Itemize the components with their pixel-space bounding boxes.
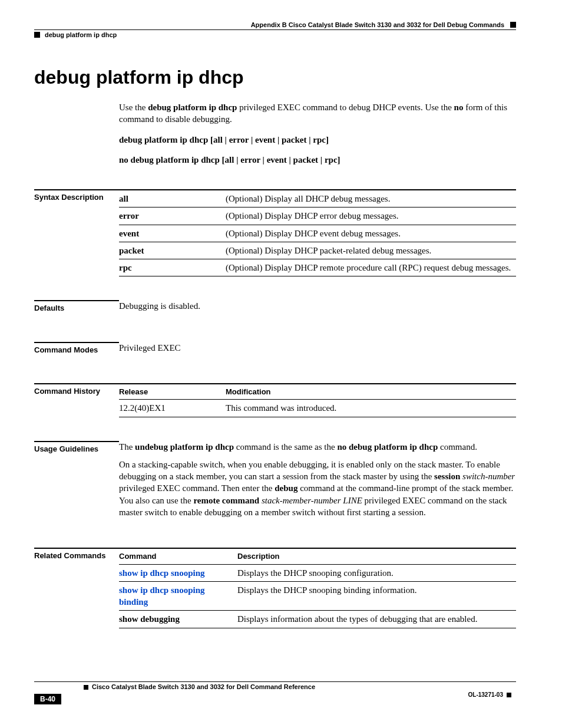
usage-body: The undebug platform ip dhcp command is … xyxy=(119,441,516,525)
footer-title: Cisco Catalyst Blade Switch 3130 and 303… xyxy=(84,683,315,690)
section-label: Syntax Description xyxy=(34,189,119,276)
intro-paragraph: Use the debug platform ip dhcp privilege… xyxy=(119,101,516,126)
intro-block: Use the debug platform ip dhcp privilege… xyxy=(119,101,516,166)
syntax-description: (Optional) Display all DHCP debug messag… xyxy=(226,190,516,207)
page: Appendix B Cisco Catalyst Blade Switch 3… xyxy=(0,0,562,728)
syntax-line-1: debug platform ip dhcp [all | error | ev… xyxy=(119,134,516,146)
section-label: Related Commands xyxy=(34,548,119,628)
syntax-keyword: all xyxy=(119,190,226,207)
history-header-release: Release xyxy=(119,384,226,400)
breadcrumb: debug platform ip dhcp xyxy=(34,31,516,38)
history-header-modification: Modification xyxy=(226,384,516,400)
syntax-description: (Optional) Display DHCP packet-related d… xyxy=(226,242,516,259)
syntax-line-2: no debug platform ip dhcp [all | error |… xyxy=(119,154,516,166)
section-command-history: Command History Release Modification 12.… xyxy=(34,383,516,417)
modes-text: Privileged EXEC xyxy=(119,342,516,354)
history-release: 12.2(40)EX1 xyxy=(119,400,226,417)
section-label: Command Modes xyxy=(34,342,119,360)
section-usage-guidelines: Usage Guidelines The undebug platform ip… xyxy=(34,441,516,525)
syntax-description: (Optional) Display DHCP error debug mess… xyxy=(226,207,516,225)
footer-rule xyxy=(34,681,516,682)
section-defaults: Defaults Debugging is disabled. xyxy=(34,300,516,318)
related-table: Command Description show ip dhcp snoopin… xyxy=(119,548,516,628)
syntax-keyword: packet xyxy=(119,242,226,259)
syntax-table: all(Optional) Display all DHCP debug mes… xyxy=(119,189,516,276)
table-row: show ip dhcp snooping bindingDisplays th… xyxy=(119,581,516,611)
related-description: Displays the DHCP snooping configuration… xyxy=(237,564,516,581)
section-label: Command History xyxy=(34,383,119,417)
syntax-description: (Optional) Display DHCP event debug mess… xyxy=(226,225,516,242)
footer: Cisco Catalyst Blade Switch 3130 and 303… xyxy=(34,683,516,704)
usage-p1: The undebug platform ip dhcp command is … xyxy=(119,441,516,453)
syntax-description: (Optional) Display DHCP remote procedure… xyxy=(226,259,516,276)
table-row: error(Optional) Display DHCP error debug… xyxy=(119,207,516,225)
header-rule xyxy=(34,29,516,30)
syntax-keyword: rpc xyxy=(119,259,226,276)
table-row: event(Optional) Display DHCP event debug… xyxy=(119,225,516,242)
table-row: show debuggingDisplays information about… xyxy=(119,611,516,628)
related-command[interactable]: show ip dhcp snooping xyxy=(119,564,237,581)
breadcrumb-text: debug platform ip dhcp xyxy=(45,31,117,38)
table-row: show ip dhcp snoopingDisplays the DHCP s… xyxy=(119,564,516,581)
related-header-description: Description xyxy=(237,548,516,564)
related-description: Displays information about the types of … xyxy=(237,611,516,628)
table-row: rpc(Optional) Display DHCP remote proced… xyxy=(119,259,516,276)
related-command: show debugging xyxy=(119,611,237,628)
section-label: Defaults xyxy=(34,300,119,318)
related-header-command: Command xyxy=(119,548,237,564)
table-row: 12.2(40)EX1This command was introduced. xyxy=(119,400,516,417)
footer-start-bar-icon xyxy=(84,685,88,690)
table-row: packet(Optional) Display DHCP packet-rel… xyxy=(119,242,516,259)
header-line: Appendix B Cisco Catalyst Blade Switch 3… xyxy=(34,21,516,28)
header-end-bar xyxy=(510,22,516,28)
footer-doc-id: OL-13271-03 xyxy=(468,691,511,698)
syntax-keyword: error xyxy=(119,207,226,225)
section-syntax-description: Syntax Description all(Optional) Display… xyxy=(34,189,516,276)
page-title: debug platform ip dhcp xyxy=(34,67,516,88)
command-link[interactable]: show ip dhcp snooping xyxy=(119,568,205,578)
defaults-text: Debugging is disabled. xyxy=(119,300,516,312)
related-description: Displays the DHCP snooping binding infor… xyxy=(237,581,516,611)
footer-end-bar-icon xyxy=(507,693,511,697)
section-related-commands: Related Commands Command Description sho… xyxy=(34,548,516,628)
header-appendix: Appendix B Cisco Catalyst Blade Switch 3… xyxy=(251,21,504,28)
usage-p2: On a stacking-capable switch, when you e… xyxy=(119,459,516,518)
table-row: all(Optional) Display all DHCP debug mes… xyxy=(119,190,516,207)
section-command-modes: Command Modes Privileged EXEC xyxy=(34,342,516,360)
section-label: Usage Guidelines xyxy=(34,441,119,525)
page-number: B-40 xyxy=(34,694,61,704)
breadcrumb-box-icon xyxy=(34,32,40,38)
history-modification: This command was introduced. xyxy=(226,400,516,417)
command-link[interactable]: show ip dhcp snooping binding xyxy=(119,585,205,607)
related-command[interactable]: show ip dhcp snooping binding xyxy=(119,581,237,611)
syntax-keyword: event xyxy=(119,225,226,242)
history-table: Release Modification 12.2(40)EX1This com… xyxy=(119,383,516,417)
